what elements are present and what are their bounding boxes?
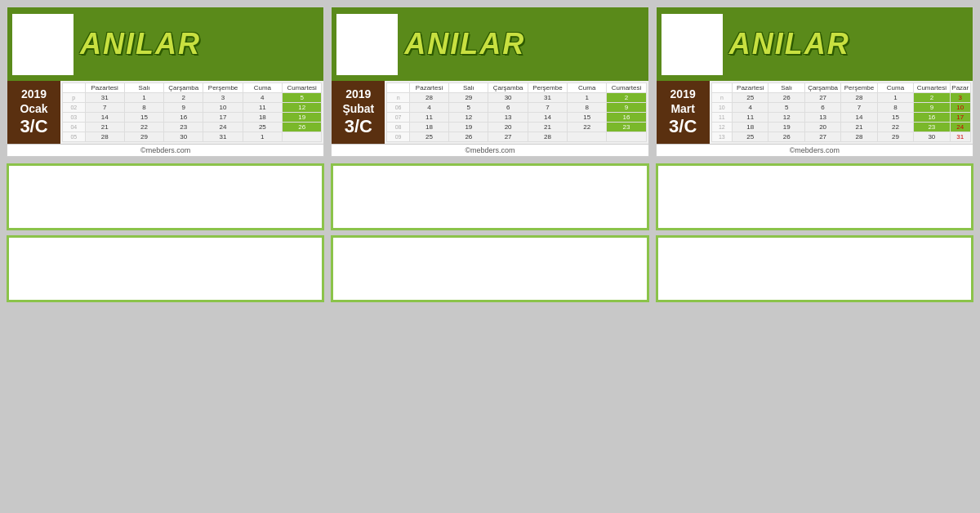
cal-day: 28: [528, 132, 567, 142]
cal-day: 27: [804, 132, 840, 142]
cal-day: 28: [841, 132, 877, 142]
calendar-strip: ANILAR 2019 Ocak 3/C PazartesiSalıÇarşam…: [0, 0, 980, 163]
cal-day: 31: [950, 132, 970, 142]
card-header: ANILAR: [332, 7, 648, 81]
year-label: 2019: [345, 87, 371, 101]
photo-col-2: [331, 163, 648, 302]
card-sidebar: 2019 Ocak 3/C: [7, 81, 60, 144]
class-label: 3/C: [345, 116, 372, 137]
cal-day: 12: [282, 103, 321, 113]
cal-day: 8: [568, 103, 607, 113]
cal-day: 8: [124, 103, 163, 113]
cal-day: 11: [409, 113, 448, 123]
cal-day: 22: [568, 123, 607, 132]
cal-day: 28: [85, 132, 124, 142]
week-number: 08: [387, 123, 410, 132]
card-body: 2019 Mart 3/C PazartesiSalıÇarşambaPerşe…: [657, 81, 973, 144]
cal-day: 26: [449, 132, 488, 142]
photo-frame-1: [7, 163, 324, 230]
cal-day: 7: [528, 103, 567, 113]
cal-day: 16: [914, 113, 950, 123]
week-number: 06: [387, 103, 410, 113]
cal-header: Pazar: [950, 83, 970, 93]
cal-day: 5: [449, 103, 488, 113]
month-label: Şubat: [342, 102, 374, 115]
cal-day: 5: [282, 93, 321, 103]
card-footer: ©mebders.com: [7, 144, 323, 156]
cal-header: Cuma: [877, 83, 913, 93]
year-label: 2019: [21, 87, 47, 101]
calendar-card-mart: ANILAR 2019 Mart 3/C PazartesiSalıÇarşam…: [656, 7, 973, 157]
cal-day: 9: [607, 103, 646, 113]
cal-day: 31: [203, 132, 243, 142]
cal-header: Cumartesi: [914, 83, 950, 93]
photo-frame-3: [331, 163, 648, 230]
cal-header: Çarşamba: [164, 83, 203, 93]
cal-day: 28: [841, 93, 877, 103]
week-number: 12: [711, 123, 732, 132]
cal-day: 27: [804, 93, 840, 103]
card-sidebar: 2019 Şubat 3/C: [332, 81, 385, 144]
cal-day: 15: [124, 113, 163, 123]
cal-day: 4: [409, 103, 448, 113]
cal-day: 19: [282, 113, 321, 123]
cal-day: 16: [164, 113, 203, 123]
cal-day: 2: [164, 93, 203, 103]
cal-day: 12: [768, 113, 804, 123]
cal-header: Salı: [768, 83, 804, 93]
cal-day: 6: [804, 103, 840, 113]
cal-day: 5: [768, 103, 804, 113]
cal-day: 14: [528, 113, 567, 123]
cal-day: 12: [449, 113, 488, 123]
cal-day: 17: [203, 113, 243, 123]
cal-day: 24: [950, 123, 970, 132]
cal-day: 21: [528, 123, 567, 132]
header-photo: [336, 14, 398, 75]
calendar-grid: PazartesiSalıÇarşambaPerşembeCumaCumarte…: [385, 81, 648, 144]
card-body: 2019 Şubat 3/C PazartesiSalıÇarşambaPerş…: [332, 81, 648, 144]
cal-day: [607, 132, 646, 142]
calendar-card-subat: ANILAR 2019 Şubat 3/C PazartesiSalıÇarşa…: [331, 7, 648, 157]
card-header: ANILAR: [7, 7, 323, 81]
cal-day: 7: [841, 103, 877, 113]
cal-day: 1: [568, 93, 607, 103]
cal-header: Pazartesi: [409, 83, 448, 93]
week-number: 09: [387, 132, 410, 142]
week-number: 13: [711, 132, 732, 142]
cal-day: 13: [488, 113, 528, 123]
week-number: 05: [63, 132, 86, 142]
cal-day: 17: [950, 113, 970, 123]
cal-day: 20: [804, 123, 840, 132]
cal-header: Cumartesi: [282, 83, 321, 93]
cal-day: 19: [449, 123, 488, 132]
cal-header: Çarşamba: [488, 83, 528, 93]
cal-header: Cumartesi: [607, 83, 646, 93]
cal-day: 26: [282, 123, 321, 132]
week-number: 02: [63, 103, 86, 113]
cal-day: 25: [243, 123, 282, 132]
cal-day: 9: [914, 103, 950, 113]
cal-day: 20: [488, 123, 528, 132]
cal-day: 1: [243, 132, 282, 142]
cal-day: 13: [804, 113, 840, 123]
cal-day: 23: [607, 123, 646, 132]
cal-day: 25: [733, 93, 768, 103]
cal-day: 23: [164, 123, 203, 132]
cal-day: 15: [877, 113, 913, 123]
cal-day: 6: [488, 103, 528, 113]
card-body: 2019 Ocak 3/C PazartesiSalıÇarşambaPerşe…: [7, 81, 323, 144]
cal-day: 10: [203, 103, 243, 113]
week-number: 10: [711, 103, 732, 113]
week-number: 07: [387, 113, 410, 123]
calendar-card-ocak: ANILAR 2019 Ocak 3/C PazartesiSalıÇarşam…: [7, 7, 324, 157]
cal-day: 25: [733, 132, 768, 142]
cal-day: 28: [409, 93, 448, 103]
photo-strip: [0, 163, 980, 309]
cal-day: 4: [733, 103, 768, 113]
cal-day: 22: [877, 123, 913, 132]
week-number: 04: [63, 123, 86, 132]
cal-day: 18: [409, 123, 448, 132]
cal-header: Cuma: [243, 83, 282, 93]
cal-day: 21: [85, 123, 124, 132]
cal-day: 11: [243, 103, 282, 113]
